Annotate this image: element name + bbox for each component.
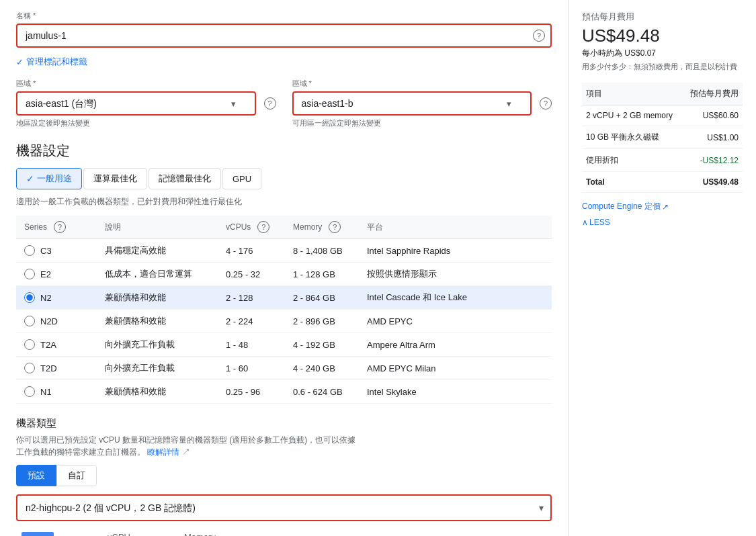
series-memory: 8 - 1,408 GB — [285, 239, 359, 263]
series-vcpus: 0.25 - 32 — [218, 263, 285, 286]
table-row[interactable]: N2 兼顧價格和效能 2 - 128 2 - 864 GB Intel Casc… — [16, 286, 552, 310]
tab-preset[interactable]: 預設 — [16, 465, 56, 486]
series-platform: AMD EPYC Milan — [359, 357, 552, 380]
table-row[interactable]: N2D 兼顧價格和效能 2 - 224 2 - 896 GB AMD EPYC — [16, 310, 552, 333]
less-button[interactable]: ∧ LESS — [582, 218, 743, 227]
sidebar-price: US$49.48 — [582, 26, 743, 46]
series-help-icon[interactable]: ? — [54, 221, 66, 233]
series-radio-c3[interactable] — [24, 245, 35, 256]
memory-help-icon[interactable]: ? — [329, 221, 341, 233]
price-row: Total US$49.48 — [582, 172, 743, 193]
price-item-name: 2 vCPU + 2 GB memory — [582, 105, 683, 126]
th-monthly-cost: 預估每月費用 — [683, 83, 743, 105]
memory-spec: Memory 2 GB — [184, 532, 216, 536]
tab-custom[interactable]: 自訂 — [56, 465, 97, 486]
price-item-name: 10 GB 平衡永久磁碟 — [582, 126, 683, 149]
table-row[interactable]: E2 低成本，適合日常運算 0.25 - 32 1 - 128 GB 按照供應情… — [16, 263, 552, 286]
region-hint: 地區設定後即無法變更 — [16, 118, 276, 128]
sidebar-hourly: 每小時約為 US$0.07 — [582, 48, 743, 59]
series-desc: 兼顧價格和效能 — [97, 380, 218, 404]
price-item-cost: US$49.48 — [683, 172, 743, 193]
series-desc: 兼顧價格和效能 — [97, 310, 218, 333]
series-platform: Intel Skylake — [359, 380, 552, 404]
series-radio-n1[interactable] — [24, 386, 35, 397]
compute-engine-link[interactable]: Compute Engine 定價 ↗ — [582, 201, 743, 212]
svg-rect-3 — [22, 532, 54, 536]
price-item-cost: US$60.60 — [683, 105, 743, 126]
sidebar-note: 用多少付多少：無須預繳費用，而且是以秒計費 — [582, 62, 743, 72]
zone-select[interactable]: asia-east1-b — [292, 91, 532, 116]
series-table: Series ? 說明 vCPUs ? Memory — [16, 216, 552, 404]
series-memory: 4 - 192 GB — [285, 333, 359, 357]
price-item-name: Total — [582, 172, 683, 193]
labels-link[interactable]: ✓ 管理標記和標籤 — [16, 56, 552, 68]
layers-icon-container — [22, 532, 54, 536]
vcpu-label: vCPU — [108, 532, 130, 536]
details-link[interactable]: 瞭解詳情 — [147, 447, 179, 457]
sidebar: 預估每月費用 US$49.48 每小時約為 US$0.07 用多少付多少：無須預… — [568, 0, 756, 536]
series-name: T2A — [40, 340, 56, 350]
price-item-cost: -US$12.12 — [683, 149, 743, 172]
series-name: E2 — [40, 269, 51, 279]
layers-icon — [22, 532, 54, 536]
series-vcpus: 1 - 48 — [218, 333, 285, 357]
name-label: 名稱 * — [16, 11, 552, 21]
series-platform: Intel Cascade 和 Ice Lake — [359, 286, 552, 310]
series-desc: 向外擴充工作負載 — [97, 333, 218, 357]
region-help-icon[interactable]: ? — [264, 97, 276, 109]
series-name: N2D — [40, 316, 58, 326]
tab-memory[interactable]: 記憶體最佳化 — [149, 168, 221, 189]
region-select[interactable]: asia-east1 (台灣) — [16, 91, 256, 116]
zone-hint: 可用區一經設定即無法變更 — [292, 118, 552, 128]
name-input[interactable] — [16, 24, 552, 48]
series-radio-n2d[interactable] — [24, 316, 35, 326]
vcpus-help-icon[interactable]: ? — [257, 221, 269, 233]
sidebar-title: 預估每月費用 — [582, 11, 743, 23]
tab-compute[interactable]: 運算最佳化 — [83, 168, 147, 189]
zone-help-icon[interactable]: ? — [540, 97, 552, 109]
series-vcpus: 0.25 - 96 — [218, 380, 285, 404]
series-name: N1 — [40, 387, 52, 397]
table-row[interactable]: C3 具備穩定高效能 4 - 176 8 - 1,408 GB Intel Sa… — [16, 239, 552, 263]
table-row[interactable]: N1 兼顧價格和效能 0.25 - 96 0.6 - 624 GB Intel … — [16, 380, 552, 404]
labels-link-text: 管理標記和標籤 — [26, 56, 87, 68]
series-memory: 2 - 864 GB — [285, 286, 359, 310]
series-platform: Ampere Altra Arm — [359, 333, 552, 357]
series-platform: AMD EPYC — [359, 310, 552, 333]
external-link-icon: ↗ — [662, 202, 669, 212]
series-memory: 0.6 - 624 GB — [285, 380, 359, 404]
price-table: 項目 預估每月費用 2 vCPU + 2 GB memory US$60.60 … — [582, 83, 743, 193]
series-name: T2D — [40, 363, 57, 373]
series-vcpus: 4 - 176 — [218, 239, 285, 263]
series-memory: 1 - 128 GB — [285, 263, 359, 286]
th-vcpus: vCPUs ? — [218, 216, 285, 239]
series-memory: 4 - 240 GB — [285, 357, 359, 380]
price-row: 使用折扣 -US$12.12 — [582, 149, 743, 172]
table-row[interactable]: T2D 向外擴充工作負載 1 - 60 4 - 240 GB AMD EPYC … — [16, 357, 552, 380]
table-row[interactable]: T2A 向外擴充工作負載 1 - 48 4 - 192 GB Ampere Al… — [16, 333, 552, 357]
vm-specs: vCPU 2 Memory 2 GB — [16, 532, 552, 536]
name-help-icon[interactable]: ? — [533, 30, 545, 42]
chevron-up-icon: ∧ — [582, 218, 588, 227]
th-platform: 平台 — [359, 216, 552, 239]
machine-type-select[interactable]: n2-highcpu-2 (2 個 vCPU，2 GB 記憶體) — [17, 496, 550, 520]
series-radio-e2[interactable] — [24, 269, 35, 279]
series-vcpus: 1 - 60 — [218, 357, 285, 380]
tab-general[interactable]: ✓ 一般用途 — [16, 168, 82, 189]
series-radio-t2a[interactable] — [24, 339, 35, 350]
machine-type-title: 機器類型 — [16, 417, 552, 430]
check-icon: ✓ — [26, 173, 34, 184]
price-item-name: 使用折扣 — [582, 149, 683, 172]
series-radio-n2[interactable] — [24, 292, 35, 303]
preset-tabs: 預設 自訂 — [16, 465, 552, 486]
series-platform: Intel Sapphire Rapids — [359, 239, 552, 263]
chevron-down-icon: ✓ — [16, 57, 24, 67]
tab-gpu[interactable]: GPU — [222, 168, 261, 189]
machine-config-title: 機器設定 — [16, 142, 552, 160]
machine-type-desc: 你可以選用已預先設定 vCPU 數量和記憶體容量的機器類型 (適用於多數工作負載… — [16, 434, 552, 458]
region-label: 區域 * — [16, 79, 276, 89]
series-vcpus: 2 - 128 — [218, 286, 285, 310]
price-row: 2 vCPU + 2 GB memory US$60.60 — [582, 105, 743, 126]
series-radio-t2d[interactable] — [24, 363, 35, 373]
tab-description: 適用於一般工作負載的機器類型，已針對費用和彈性進行最佳化 — [16, 196, 552, 208]
